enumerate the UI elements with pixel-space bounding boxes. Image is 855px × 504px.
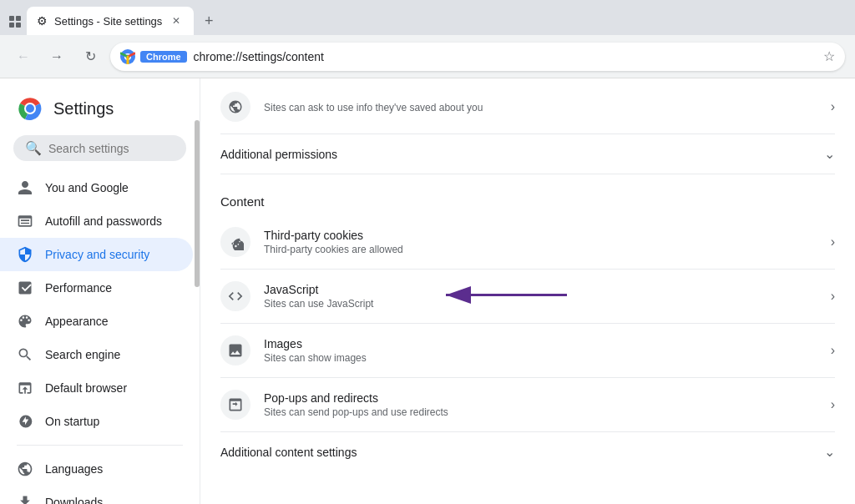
images-text: Images Sites can show images (264, 337, 831, 364)
svg-rect-0 (9, 16, 14, 21)
search-input[interactable] (48, 142, 175, 155)
javascript-subtitle: Sites can use JavaScript (264, 298, 831, 310)
third-party-cookies-row[interactable]: Third-party cookies Third-party cookies … (220, 215, 835, 270)
sidebar-item-default-browser[interactable]: Default browser (0, 371, 193, 405)
additional-permissions-text: Additional permissions (220, 148, 824, 161)
images-subtitle: Sites can show images (264, 352, 831, 364)
third-party-cookies-title: Third-party cookies (264, 229, 831, 242)
popups-row[interactable]: Pop-ups and redirects Sites can send pop… (220, 378, 835, 432)
appearance-icon (17, 313, 33, 330)
partial-row[interactable]: Sites can ask to use info they've saved … (220, 78, 835, 134)
tab-list-button[interactable] (7, 13, 23, 30)
svg-rect-3 (16, 23, 21, 28)
tab-title: Settings - Site settings (54, 15, 162, 28)
search-bar: 🔍 (13, 135, 186, 161)
sidebar-item-downloads[interactable]: Downloads (0, 486, 193, 504)
additional-permissions-chevron: ⌄ (824, 146, 835, 162)
sidebar-item-appearance[interactable]: Appearance (0, 305, 193, 338)
sidebar-item-privacy[interactable]: Privacy and security (0, 238, 193, 271)
sidebar-label-downloads: Downloads (45, 496, 176, 504)
javascript-row[interactable]: JavaScript Sites can use JavaScript › (220, 270, 835, 324)
chrome-logo-icon (120, 49, 135, 64)
sidebar: Settings 🔍 You and Google Autofill and p… (0, 78, 200, 504)
popups-title: Pop-ups and redirects (264, 391, 831, 405)
settings-title: Settings (53, 99, 114, 118)
globe-icon (17, 461, 33, 477)
sidebar-label-languages: Languages (45, 462, 176, 476)
download-icon (17, 494, 33, 504)
additional-permissions-row[interactable]: Additional permissions ⌄ (220, 134, 835, 174)
javascript-chevron: › (831, 289, 835, 304)
sidebar-header: Settings (0, 85, 200, 135)
svg-rect-2 (9, 23, 14, 28)
popups-chevron: › (831, 397, 835, 412)
shield-icon (17, 246, 33, 263)
default-browser-icon (17, 380, 33, 396)
reload-button[interactable]: ↻ (77, 43, 104, 70)
third-party-cookies-chevron: › (831, 234, 835, 249)
images-title: Images (264, 337, 831, 350)
sidebar-scrollbar[interactable] (195, 78, 200, 504)
sidebar-item-you-and-google[interactable]: You and Google (0, 171, 193, 204)
tab-close-button[interactable]: ✕ (169, 13, 184, 28)
additional-permissions-title: Additional permissions (220, 148, 824, 161)
sidebar-item-languages[interactable]: Languages (0, 452, 193, 486)
additional-content-settings-row[interactable]: Additional content settings ⌄ (220, 432, 835, 471)
sidebar-label-on-startup: On startup (45, 415, 176, 428)
cookie-icon-wrap (220, 227, 250, 257)
browser-tab-bar: ⚙ Settings - Site settings ✕ + (0, 0, 855, 35)
sidebar-label-you-and-google: You and Google (45, 181, 176, 194)
popups-text: Pop-ups and redirects Sites can send pop… (264, 391, 831, 418)
sidebar-item-search-engine[interactable]: Search engine (0, 338, 193, 371)
browser-toolbar: ← → ↻ Chrome chrome://settings/content ☆ (0, 35, 855, 78)
sidebar-label-default-browser: Default browser (45, 381, 176, 395)
chrome-label: Chrome (140, 51, 187, 63)
sidebar-nav: You and Google Autofill and passwords Pr… (0, 168, 200, 504)
third-party-cookies-subtitle: Third-party cookies are allowed (264, 244, 831, 255)
additional-content-settings-title: Additional content settings (220, 446, 824, 459)
sidebar-label-privacy: Privacy and security (45, 248, 176, 261)
forward-button[interactable]: → (43, 43, 70, 70)
image-icon (227, 342, 244, 359)
svg-point-9 (26, 104, 34, 113)
search-input-wrap[interactable]: 🔍 (13, 135, 186, 161)
address-url: chrome://settings/content (194, 50, 817, 63)
active-tab[interactable]: ⚙ Settings - Site settings ✕ (27, 7, 194, 35)
javascript-title: JavaScript (264, 283, 831, 296)
tab-favicon: ⚙ (37, 14, 48, 28)
sidebar-label-autofill: Autofill and passwords (45, 214, 176, 228)
sidebar-item-on-startup[interactable]: On startup (0, 405, 193, 438)
partial-row-chevron: › (831, 99, 835, 114)
additional-content-settings-text: Additional content settings (220, 446, 824, 459)
chrome-logo-large-icon (17, 95, 43, 122)
address-bar[interactable]: Chrome chrome://settings/content ☆ (110, 43, 845, 71)
partial-row-text: Sites can ask to use info they've saved … (264, 100, 831, 113)
performance-icon (17, 280, 33, 296)
popups-subtitle: Sites can send pop-ups and use redirects (264, 406, 831, 418)
sidebar-item-autofill[interactable]: Autofill and passwords (0, 204, 193, 238)
startup-icon (17, 413, 33, 430)
cookie-icon (227, 234, 244, 250)
new-tab-button[interactable]: + (197, 9, 220, 33)
autofill-icon (17, 213, 33, 229)
content-section: Content Third-party cookies Third-party … (220, 174, 835, 471)
content-section-label: Content (220, 181, 835, 215)
content-area: Sites can ask to use info they've saved … (200, 78, 855, 504)
sidebar-scrollbar-thumb (195, 120, 200, 287)
sidebar-item-performance[interactable]: Performance (0, 271, 193, 305)
search-icon: 🔍 (25, 140, 42, 156)
images-row[interactable]: Images Sites can show images › (220, 324, 835, 378)
svg-rect-1 (16, 16, 21, 21)
sidebar-label-performance: Performance (45, 281, 176, 295)
popup-icon (227, 396, 244, 413)
code-icon-wrap (220, 281, 250, 311)
images-chevron: › (831, 343, 835, 358)
additional-content-settings-chevron: ⌄ (824, 444, 835, 460)
image-icon-wrap (220, 335, 250, 365)
javascript-text: JavaScript Sites can use JavaScript (264, 283, 831, 310)
back-button[interactable]: ← (10, 43, 37, 70)
sidebar-label-search-engine: Search engine (45, 348, 176, 361)
bookmark-button[interactable]: ☆ (823, 48, 835, 64)
third-party-cookies-text: Third-party cookies Third-party cookies … (264, 229, 831, 255)
popup-icon-wrap (220, 390, 250, 420)
